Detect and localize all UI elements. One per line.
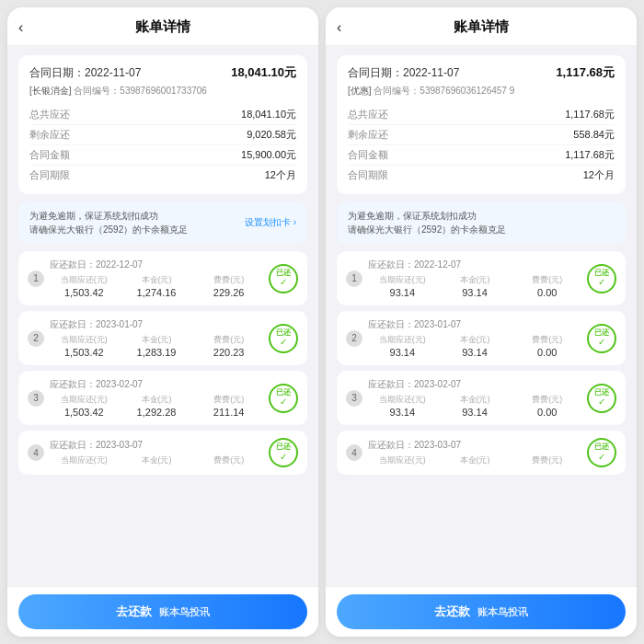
col-label: 本金(元)	[441, 454, 510, 466]
installment-cols: 当期应还(元) 1,503.42 本金(元) 1,292.28 费费(元) 21…	[50, 394, 263, 418]
contract-tag: [优惠]	[348, 86, 372, 96]
notice-text: 为避免逾期，保证系统划扣成功 请确保光大银行（2592）的卡余额克足	[348, 209, 615, 236]
col-value: 0.00	[512, 347, 581, 358]
col-label: 当期应还(元)	[50, 394, 119, 406]
paid-text: 已还	[276, 329, 291, 338]
contract-header: 合同日期：2022-11-07 1,117.68元	[348, 64, 615, 81]
col-value: 93.14	[368, 287, 437, 298]
col-value: 93.14	[441, 407, 510, 418]
repay-button[interactable]: 去还款 账本鸟投讯	[337, 594, 626, 629]
installment-number: 4	[28, 444, 44, 461]
installment-date: 应还款日：2022-12-07	[368, 259, 581, 271]
back-button[interactable]: ‹	[337, 19, 341, 36]
col-label: 费费(元)	[194, 394, 263, 406]
paid-check-icon: ✓	[598, 397, 605, 407]
summary-value: 9,020.58元	[247, 128, 296, 142]
installment-body: 应还款日：2022-12-07 当期应还(元) 1,503.42 本金(元) 1…	[50, 259, 263, 298]
col-value: 1,503.42	[50, 287, 119, 298]
contract-header: 合同日期：2022-11-07 18,041.10元	[29, 64, 296, 81]
summary-value: 1,117.68元	[565, 148, 615, 162]
summary-label: 总共应还	[29, 108, 70, 121]
col-label: 本金(元)	[122, 334, 191, 346]
installment-card: 3应还款日：2023-02-07 当期应还(元) 1,503.42 本金(元) …	[18, 371, 307, 425]
installment-col: 费费(元) 0.00	[512, 334, 581, 358]
installment-body: 应还款日：2022-12-07 当期应还(元) 93.14 本金(元) 93.1…	[368, 259, 581, 298]
installment-col: 当期应还(元)	[50, 454, 119, 467]
paid-text: 已还	[276, 389, 291, 397]
contract-amount: 1,117.68元	[556, 64, 615, 81]
secondary-label: 账本鸟投讯	[477, 605, 528, 619]
col-label: 当期应还(元)	[50, 334, 119, 346]
col-value: 0.00	[512, 287, 581, 298]
repay-label: 去还款	[116, 604, 152, 620]
col-value: 1,503.42	[50, 347, 119, 358]
panel-content: 合同日期：2022-11-07 1,117.68元 [优惠] 合同编号：5398…	[326, 46, 637, 586]
col-value: 1,503.42	[50, 407, 119, 418]
paid-badge: 已还 ✓	[269, 438, 298, 467]
installment-date: 应还款日：2023-01-07	[368, 318, 581, 331]
col-label: 当期应还(元)	[368, 274, 437, 286]
installment-col: 费费(元)	[512, 454, 581, 467]
installment-body: 应还款日：2023-02-07 当期应还(元) 93.14 本金(元) 93.1…	[368, 378, 581, 418]
installment-number: 3	[346, 390, 362, 407]
panel-right: ‹ 账单详情 合同日期：2022-11-07 1,117.68元 [优惠] 合同…	[326, 7, 637, 637]
summary-value: 18,041.10元	[241, 108, 296, 121]
col-label: 费费(元)	[194, 274, 263, 286]
installment-col: 当期应还(元) 1,503.42	[50, 334, 119, 358]
paid-check-icon: ✓	[598, 277, 605, 287]
col-label: 本金(元)	[122, 454, 191, 466]
panel-left: ‹ 账单详情 合同日期：2022-11-07 18,041.10元 [长银消金]…	[7, 7, 318, 637]
col-label: 当期应还(元)	[368, 394, 437, 406]
notice-link[interactable]: 设置划扣卡 ›	[245, 216, 296, 229]
summary-label: 剩余应还	[29, 128, 70, 142]
col-label: 当期应还(元)	[368, 334, 437, 346]
summary-row: 合同金额 15,900.00元	[29, 145, 296, 166]
col-label: 当期应还(元)	[368, 454, 437, 466]
installment-date: 应还款日：2023-02-07	[368, 378, 581, 391]
installment-date: 应还款日：2023-03-07	[368, 439, 581, 452]
installment-number: 2	[346, 330, 362, 347]
summary-label: 合同金额	[29, 148, 70, 162]
installment-col: 当期应还(元) 93.14	[368, 394, 437, 418]
paid-text: 已还	[276, 443, 291, 452]
paid-check-icon: ✓	[280, 452, 287, 462]
installment-cols: 当期应还(元) 93.14 本金(元) 93.14 费费(元) 0.00	[368, 334, 581, 358]
back-button[interactable]: ‹	[18, 19, 23, 36]
col-label: 费费(元)	[512, 334, 581, 346]
summary-row: 合同期限 12个月	[29, 166, 296, 185]
contract-date: 合同日期：2022-11-07	[29, 65, 141, 81]
repay-button[interactable]: 去还款 账本鸟投讯	[18, 594, 307, 629]
summary-row: 合同金额 1,117.68元	[348, 145, 615, 166]
panel-footer: 去还款 账本鸟投讯	[7, 586, 318, 637]
installment-body: 应还款日：2023-01-07 当期应还(元) 1,503.42 本金(元) 1…	[50, 318, 263, 358]
installment-card: 1应还款日：2022-12-07 当期应还(元) 1,503.42 本金(元) …	[18, 251, 307, 305]
installment-number: 1	[346, 270, 362, 287]
installment-card: 3应还款日：2023-02-07 当期应还(元) 93.14 本金(元) 93.…	[337, 371, 626, 425]
installment-date: 应还款日：2023-02-07	[50, 378, 263, 391]
notice-card: 为避免逾期，保证系统划扣成功 请确保光大银行（2592）的卡余额克足	[337, 201, 626, 244]
paid-text: 已还	[594, 389, 609, 397]
panel-content: 合同日期：2022-11-07 18,041.10元 [长银消金] 合同编号：5…	[7, 46, 318, 586]
installment-cols: 当期应还(元) 本金(元) 费费(元)	[50, 454, 263, 467]
installment-body: 应还款日：2023-03-07 当期应还(元) 本金(元) 费费(元)	[50, 439, 263, 467]
paid-badge: 已还 ✓	[587, 324, 616, 353]
col-value: 93.14	[441, 347, 510, 358]
installment-number: 1	[28, 270, 44, 287]
paid-check-icon: ✓	[280, 337, 287, 347]
paid-badge: 已还 ✓	[587, 264, 616, 293]
paid-check-icon: ✓	[598, 337, 605, 347]
paid-badge: 已还 ✓	[587, 438, 616, 467]
paid-badge: 已还 ✓	[587, 384, 616, 413]
installment-body: 应还款日：2023-03-07 当期应还(元) 本金(元) 费费(元)	[368, 439, 581, 467]
col-label: 费费(元)	[512, 394, 581, 406]
col-value: 0.00	[512, 407, 581, 418]
installment-cols: 当期应还(元) 1,503.42 本金(元) 1,274.16 费费(元) 22…	[50, 274, 263, 298]
installment-date: 应还款日：2022-12-07	[50, 259, 263, 271]
paid-text: 已还	[276, 270, 291, 278]
paid-text: 已还	[594, 270, 609, 278]
installment-number: 3	[28, 390, 44, 407]
panels-wrapper: ‹ 账单详情 合同日期：2022-11-07 18,041.10元 [长银消金]…	[0, 0, 644, 644]
installment-body: 应还款日：2023-01-07 当期应还(元) 93.14 本金(元) 93.1…	[368, 318, 581, 358]
installment-col: 本金(元) 1,292.28	[122, 394, 191, 418]
installment-col: 费费(元) 0.00	[512, 274, 581, 298]
